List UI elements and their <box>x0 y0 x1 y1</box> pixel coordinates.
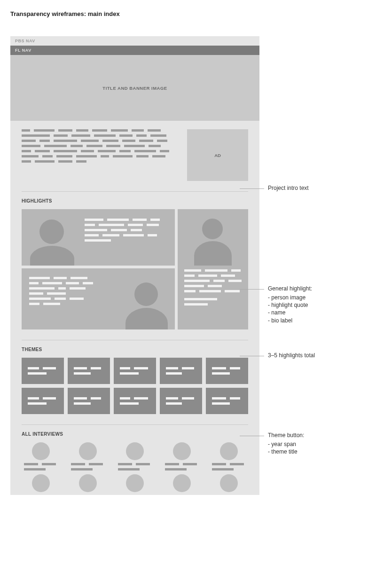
annotation-theme-item: year span <box>268 440 304 448</box>
annotation-highlight-item: bio label <box>268 317 312 324</box>
theme-button[interactable] <box>22 388 64 414</box>
avatar-icon <box>173 442 191 460</box>
themes-heading: THEMES <box>22 347 248 352</box>
avatar-icon <box>79 474 97 492</box>
interviews-grid <box>22 442 248 495</box>
interviews-heading: ALL INTERVIEWS <box>22 431 248 437</box>
annotation-highlight-item: highlight quote <box>268 301 312 309</box>
avatar-icon <box>32 442 50 460</box>
avatar-icon <box>220 442 238 460</box>
theme-button[interactable] <box>114 388 156 414</box>
theme-button[interactable] <box>206 358 248 384</box>
avatar-icon <box>220 474 238 492</box>
annotation-highlight-item: name <box>268 309 312 316</box>
avatar-icon <box>32 474 50 492</box>
intro-text <box>22 129 179 181</box>
avatar-icon <box>126 474 144 492</box>
annotation-intro: Project intro text <box>268 185 309 191</box>
interview-button[interactable] <box>210 474 248 492</box>
avatar-icon <box>173 474 191 492</box>
interview-button[interactable] <box>69 442 107 470</box>
pbs-nav[interactable]: PBS NAV <box>10 36 259 46</box>
interview-button[interactable] <box>116 474 154 492</box>
annotation-highlight-title: General highlight: <box>268 285 312 292</box>
highlights-heading: HIGHLIGHTS <box>22 198 248 204</box>
interview-button[interactable] <box>69 474 107 492</box>
annotation-theme-title: Theme button: <box>268 432 304 439</box>
highlights-grid <box>22 209 248 329</box>
interview-button[interactable] <box>210 442 248 470</box>
theme-button[interactable] <box>206 388 248 414</box>
ad-slot[interactable]: AD <box>187 129 248 181</box>
annotation-highlight-item: person image <box>268 294 312 301</box>
interview-button[interactable] <box>22 442 60 470</box>
page-title: Transparency wireframes: main index <box>10 10 376 17</box>
annotation-highlight-count: 3–5 highlights total <box>268 352 315 359</box>
avatar-icon <box>79 442 97 460</box>
theme-button[interactable] <box>22 358 64 384</box>
avatar-icon <box>126 442 144 460</box>
theme-button[interactable] <box>114 358 156 384</box>
theme-button[interactable] <box>160 358 202 384</box>
highlight-card[interactable] <box>22 268 175 329</box>
fl-nav[interactable]: FL NAV <box>10 46 259 55</box>
highlight-card[interactable] <box>178 209 248 329</box>
theme-button[interactable] <box>68 358 110 384</box>
banner: TITLE AND BANNER IMAGE <box>10 55 259 121</box>
interview-button[interactable] <box>22 474 60 492</box>
highlight-card[interactable] <box>22 209 175 266</box>
annotation-theme-item: theme title <box>268 448 304 455</box>
theme-button[interactable] <box>160 388 202 414</box>
themes-grid <box>22 358 248 414</box>
interview-button[interactable] <box>116 442 154 470</box>
theme-button[interactable] <box>68 388 110 414</box>
interview-button[interactable] <box>163 474 201 492</box>
interview-button[interactable] <box>163 442 201 470</box>
wireframe-frame: PBS NAV FL NAV TITLE AND BANNER IMAGE AD <box>10 36 259 495</box>
